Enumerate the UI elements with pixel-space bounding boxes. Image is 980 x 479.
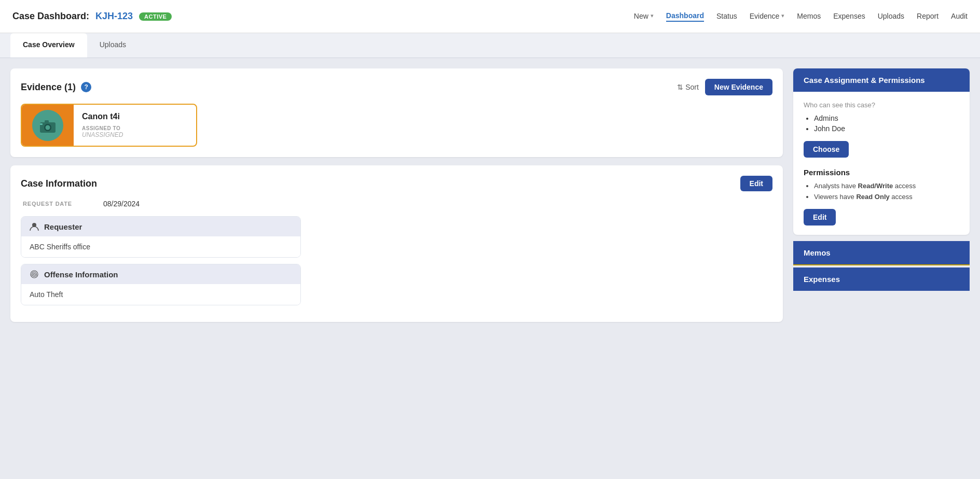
case-info-header: Case Information Edit [21, 176, 772, 191]
requester-label: Requester [44, 222, 82, 231]
case-info-title: Case Information [21, 178, 97, 189]
offense-header: Offense Information [21, 264, 300, 284]
sort-icon: ⇅ [677, 83, 683, 91]
top-navigation: Case Dashboard: KJH-123 ACTIVE New Dashb… [0, 0, 980, 33]
viewers-suffix: access [890, 193, 913, 201]
request-date-value: 08/29/2024 [103, 200, 140, 208]
camera-icon [39, 118, 57, 133]
memos-divider [793, 264, 970, 265]
nav-title: Case Dashboard: [12, 11, 89, 22]
evidence-thumbnail [22, 105, 74, 146]
svg-point-6 [33, 273, 35, 275]
tab-case-overview[interactable]: Case Overview [10, 33, 87, 58]
offense-value: Auto Theft [21, 284, 300, 305]
nav-item-new[interactable]: New [634, 12, 654, 21]
nav-item-dashboard[interactable]: Dashboard [666, 11, 704, 22]
request-date-label: REQUEST DATE [23, 201, 72, 207]
person-icon [30, 222, 39, 231]
permissions-title: Permissions [804, 168, 959, 177]
choose-button[interactable]: Choose [804, 141, 849, 158]
assignment-card: Case Assignment & Permissions Who can se… [793, 68, 970, 235]
requester-header: Requester [21, 217, 300, 236]
fingerprint-icon [30, 270, 39, 279]
evidence-actions: ⇅ Sort New Evidence [677, 79, 772, 95]
nav-case-id: KJH-123 [95, 11, 133, 22]
nav-item-status[interactable]: Status [716, 12, 737, 21]
new-evidence-button[interactable]: New Evidence [705, 79, 772, 95]
svg-point-2 [46, 125, 50, 130]
requester-group: Requester ABC Sheriffs office [21, 216, 301, 258]
evidence-title: Evidence (1) [21, 82, 76, 93]
case-info-section: Case Information Edit REQUEST DATE 08/29… [10, 165, 783, 322]
assignment-header: Case Assignment & Permissions [793, 68, 970, 92]
help-icon[interactable]: ? [81, 82, 91, 92]
expenses-section-header[interactable]: Expenses [793, 267, 970, 291]
offense-label: Offense Information [44, 270, 118, 279]
requester-value: ABC Sheriffs office [21, 236, 300, 257]
permissions-list: Analysts have Read/Write access Viewers … [804, 182, 959, 201]
evidence-assigned-label: ASSIGNED TO [82, 125, 123, 131]
nav-right: New Dashboard Status Evidence Memos Expe… [634, 11, 968, 22]
case-info-edit-button[interactable]: Edit [740, 176, 772, 191]
analysts-suffix: access [893, 182, 916, 190]
permissions-edit-button[interactable]: Edit [804, 209, 836, 226]
svg-point-7 [32, 272, 37, 277]
viewers-prefix: Viewers have [814, 193, 856, 201]
evidence-card[interactable]: Canon t4i ASSIGNED TO UNASSIGNED [21, 104, 197, 147]
evidence-header: Evidence (1) ? ⇅ Sort New Evidence [21, 79, 772, 95]
svg-rect-4 [40, 123, 43, 125]
tab-uploads[interactable]: Uploads [87, 33, 139, 58]
nav-item-memos[interactable]: Memos [797, 12, 821, 21]
evidence-assigned-value: UNASSIGNED [82, 131, 123, 138]
nav-item-evidence[interactable]: Evidence [750, 12, 785, 21]
sort-button[interactable]: ⇅ Sort [677, 83, 699, 91]
nav-left: Case Dashboard: KJH-123 ACTIVE [12, 11, 172, 22]
request-date-row: REQUEST DATE 08/29/2024 [21, 200, 772, 208]
evidence-name: Canon t4i [82, 112, 123, 121]
offense-group: Offense Information Auto Theft [21, 264, 301, 305]
permissions-list-item-analysts: Analysts have Read/Write access [814, 182, 959, 190]
nav-item-expenses[interactable]: Expenses [833, 12, 865, 21]
evidence-title-row: Evidence (1) ? [21, 82, 91, 93]
nav-item-audit[interactable]: Audit [951, 12, 968, 21]
viewers-bold: Read Only [856, 193, 889, 201]
analysts-bold: Read/Write [858, 182, 893, 190]
permissions-list-item-viewers: Viewers have Read Only access [814, 193, 959, 201]
evidence-section: Evidence (1) ? ⇅ Sort New Evidence [10, 68, 783, 157]
who-list-item-johndoe: John Doe [814, 124, 959, 133]
evidence-info: Canon t4i ASSIGNED TO UNASSIGNED [74, 105, 131, 146]
nav-item-report[interactable]: Report [917, 12, 938, 21]
memos-section-header[interactable]: Memos [793, 241, 970, 264]
main-layout: Evidence (1) ? ⇅ Sort New Evidence [0, 58, 980, 479]
camera-icon-wrap [32, 110, 63, 141]
tabs-bar: Case Overview Uploads [0, 33, 980, 58]
assignment-body: Who can see this case? Admins John Doe C… [793, 92, 970, 235]
svg-rect-3 [45, 120, 49, 123]
right-panel: Case Assignment & Permissions Who can se… [793, 68, 970, 469]
left-panel: Evidence (1) ? ⇅ Sort New Evidence [10, 68, 783, 469]
sort-label: Sort [685, 83, 699, 91]
who-list-item-admins: Admins [814, 114, 959, 122]
status-badge: ACTIVE [139, 12, 172, 21]
nav-item-uploads[interactable]: Uploads [878, 12, 904, 21]
who-can-see-label: Who can see this case? [804, 101, 959, 109]
who-can-see-list: Admins John Doe [804, 114, 959, 133]
analysts-prefix: Analysts have [814, 182, 858, 190]
